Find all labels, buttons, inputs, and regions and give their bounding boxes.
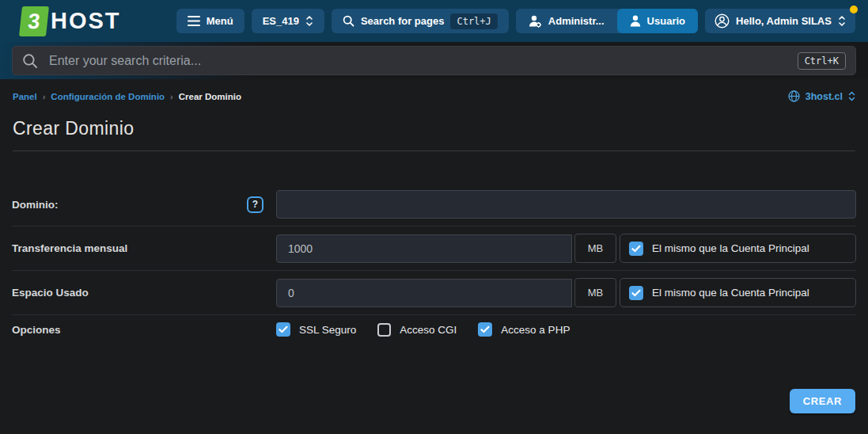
transferencia-label-cell: Transferencia mensual [12, 242, 276, 254]
chevron-updown-icon [305, 15, 313, 27]
role-segment-admin[interactable]: Administr... [516, 9, 617, 33]
logo-3-mark: 3 [19, 6, 49, 36]
page-search-shortcut: Ctrl+J [450, 13, 497, 29]
search-icon [343, 15, 354, 27]
opciones-label: Opciones [12, 324, 61, 336]
espacio-checkbox-label: El mismo que la Cuenta Principal [652, 287, 809, 299]
menu-button[interactable]: Menú [176, 9, 244, 33]
page-search-button[interactable]: Search for pages Ctrl+J [332, 9, 509, 33]
account-menu-button[interactable]: Hello, Admin SILAS [705, 9, 855, 33]
language-selector-label: ES_419 [263, 15, 299, 27]
admin-user-gear-icon [529, 15, 542, 28]
breadcrumb-panel[interactable]: Panel [13, 92, 37, 101]
transferencia-label: Transferencia mensual [12, 242, 127, 254]
checkbox-checked-icon [629, 242, 643, 256]
submit-row: CREAR [13, 389, 855, 413]
globe-icon [788, 90, 800, 102]
role-segment-user[interactable]: Usuario [617, 9, 698, 33]
form-row-transferencia: Transferencia mensual MB El mismo que la… [12, 227, 856, 271]
transferencia-same-as-main-checkbox[interactable]: El mismo que la Cuenta Principal [620, 234, 856, 263]
user-circle-icon [714, 13, 730, 29]
transferencia-checkbox-label: El mismo que la Cuenta Principal [652, 242, 809, 254]
global-search-shortcut: Ctrl+K [798, 52, 846, 70]
dominio-label-cell: Dominio: ? [12, 196, 276, 213]
menu-button-label: Menú [207, 15, 233, 27]
create-button[interactable]: CREAR [790, 389, 855, 413]
option-acceso-cgi-label: Acceso CGI [400, 324, 457, 336]
transferencia-unit: MB [574, 234, 616, 263]
form-row-espacio: Espacio Usado MB El mismo que la Cuenta … [12, 271, 856, 315]
title-divider [13, 150, 855, 151]
logo-name: HOST [51, 8, 121, 34]
role-user-label: Usuario [647, 15, 685, 27]
breadcrumb: Panel › Configuración de Dominio › Crear… [13, 92, 241, 101]
espacio-same-as-main-checkbox[interactable]: El mismo que la Cuenta Principal [620, 278, 856, 307]
role-admin-label: Administr... [548, 15, 605, 27]
global-search-band: Ctrl+K [0, 42, 868, 79]
domain-selector-label: 3host.cl [805, 91, 843, 102]
checkbox-checked-icon [629, 286, 643, 300]
hamburger-icon [188, 16, 200, 26]
checkbox-checked-icon [478, 322, 492, 337]
breadcrumb-separator: › [170, 92, 173, 101]
chevron-updown-icon [848, 91, 855, 101]
role-switch: Administr... Usuario [516, 9, 698, 33]
option-acceso-php-label: Acceso a PHP [501, 324, 570, 336]
form-row-opciones: Opciones SSL Seguro Acceso CGI Acceso a … [12, 315, 856, 344]
user-icon [630, 15, 641, 27]
language-selector[interactable]: ES_419 [252, 9, 324, 33]
breadcrumb-row: Panel › Configuración de Dominio › Crear… [13, 90, 855, 102]
greeting-label: Hello, Admin SILAS [736, 15, 832, 27]
espacio-label-cell: Espacio Usado [12, 287, 276, 299]
global-search-input[interactable] [49, 54, 787, 68]
breadcrumb-separator: › [43, 92, 46, 101]
top-navbar: 3 HOST Menú ES_419 Search for pages Ctrl… [0, 0, 868, 42]
espacio-unit: MB [574, 278, 616, 307]
create-domain-form: Dominio: ? Transferencia mensual MB El m… [12, 183, 856, 344]
checkbox-checked-icon [276, 322, 290, 337]
chevron-updown-icon [838, 15, 846, 27]
option-ssl-seguro-checkbox[interactable]: SSL Seguro [276, 322, 356, 337]
page-title: Crear Dominio [13, 118, 855, 139]
checkbox-unchecked-icon [377, 323, 391, 337]
espacio-label: Espacio Usado [12, 287, 89, 299]
transferencia-input[interactable] [276, 234, 572, 263]
global-search-bar: Ctrl+K [12, 46, 856, 75]
dominio-label: Dominio: [12, 199, 59, 211]
option-ssl-seguro-label: SSL Seguro [299, 324, 356, 336]
notification-dot [850, 6, 858, 13]
breadcrumb-current: Crear Dominio [179, 92, 241, 101]
page-search-label: Search for pages [361, 15, 445, 27]
option-acceso-cgi-checkbox[interactable]: Acceso CGI [377, 323, 457, 337]
app-logo[interactable]: 3 HOST [21, 6, 121, 36]
domain-selector[interactable]: 3host.cl [788, 90, 855, 102]
form-row-dominio: Dominio: ? [12, 183, 856, 227]
breadcrumb-config-dominio[interactable]: Configuración de Dominio [51, 92, 165, 101]
option-acceso-php-checkbox[interactable]: Acceso a PHP [478, 322, 570, 337]
search-icon [22, 53, 38, 69]
opciones-label-cell: Opciones [12, 324, 276, 336]
dominio-input[interactable] [276, 190, 856, 219]
espacio-input[interactable] [276, 279, 572, 307]
help-icon[interactable]: ? [247, 196, 263, 213]
